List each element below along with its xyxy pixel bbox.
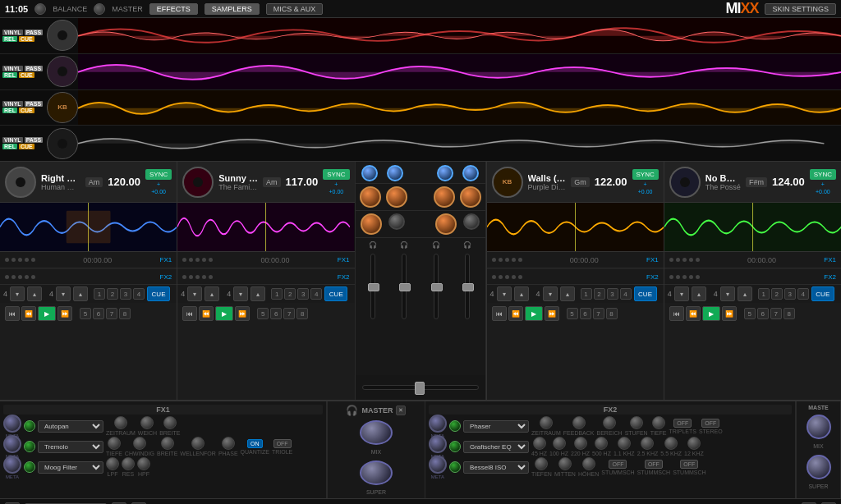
fx2-mitten-knob[interactable] [558,457,572,470]
fx2-phaser-power[interactable] [449,420,461,432]
d3-hotcue-4[interactable]: 4 [620,288,632,300]
mics-aux-button[interactable]: MICS & AUX [266,3,324,15]
deck1-beat2-minus[interactable]: ▾ [56,286,71,301]
master-volume-knob[interactable] [360,420,393,445]
master-right-knob[interactable] [807,415,831,439]
ch1-gain-knob[interactable] [388,213,405,230]
crossfader[interactable] [362,385,479,390]
d4-hotcue-7[interactable]: 7 [770,308,782,319]
deck2-beat-plus[interactable]: ▴ [205,286,219,301]
d3-hotcue-5[interactable]: 5 [567,308,578,319]
fx1-weich-knob[interactable] [140,416,154,429]
fx1-meta-knob-1[interactable] [3,415,21,433]
ch2-mid-knob[interactable] [462,165,479,181]
deck3-waveform[interactable] [487,203,664,252]
hotcue-5[interactable]: 5 [80,308,91,319]
deck2-beat2-minus[interactable]: ▾ [233,286,248,301]
skin-settings-button[interactable]: SKIN SETTINGS [765,3,836,15]
deck4-prev-btn[interactable]: ⏮ [669,306,684,321]
deck1-fwd-btn[interactable]: ⏩ [57,306,72,321]
d4-hotcue-3[interactable]: 3 [784,288,796,300]
deck2-sync-btn[interactable]: SYNC [323,169,349,180]
ch1-hi-knob[interactable] [361,165,378,181]
fx2-bessel-power[interactable] [449,461,461,473]
fx2-phaser-select[interactable]: Phaser [463,420,529,433]
fx1-tremolo-select[interactable]: Tremolo [38,441,103,453]
ch1-fader[interactable] [370,254,375,319]
fx2-bereich-knob[interactable] [603,416,616,429]
fx2-stufen-knob[interactable] [630,416,643,429]
deck3-fwd-btn[interactable]: ⏩ [545,306,559,321]
ch2-fader[interactable] [402,254,407,319]
deck3-rwd-btn[interactable]: ⏪ [508,306,523,321]
fx2-off2-btn[interactable]: OFF [701,419,719,428]
eq-12khz-knob[interactable] [687,437,701,450]
deck2-beat2-plus[interactable]: ▴ [250,286,265,301]
hotcue-8[interactable]: 8 [119,308,131,319]
ch4-fader[interactable] [465,254,470,319]
deck2-cue-btn[interactable]: CUE [324,286,347,301]
hotcue-7[interactable]: 7 [106,308,117,319]
fx2-off3-btn[interactable]: OFF [609,460,627,469]
fx2-meta-knob-1[interactable] [429,415,447,433]
deck3-beat-minus[interactable]: ▾ [497,286,512,301]
eq-11khz-knob[interactable] [618,437,631,450]
deck1-beat2-plus[interactable]: ▴ [73,286,88,301]
waveform-canvas-3[interactable] [78,90,841,126]
waveform-canvas-1[interactable] [78,18,841,53]
deck2-play-btn[interactable]: ▶ [215,306,233,321]
cue-badge-4[interactable]: CUE [19,144,34,149]
ch1-mid-big-knob[interactable] [386,186,407,208]
eq-500hz-knob[interactable] [595,437,608,450]
fx2-meta-knob-3[interactable] [429,456,447,474]
deck3-cue-btn[interactable]: CUE [634,286,657,301]
cue-badge-3[interactable]: CUE [19,108,34,113]
fx1-meta-knob-2[interactable] [3,435,21,453]
eq-25khz-knob[interactable] [641,437,654,450]
ch2-low-knob[interactable] [435,213,457,235]
d2-hotcue-8[interactable]: 8 [296,308,308,319]
effects-button[interactable]: EFFECTS [149,3,198,15]
ch1-low-knob[interactable] [361,213,382,235]
fx2-eq-power[interactable] [449,441,461,452]
d3-hotcue-6[interactable]: 6 [580,308,591,319]
ch2-hi-knob[interactable] [437,165,453,181]
fx1-wellen-knob[interactable] [191,437,205,450]
deck1-prev-btn[interactable]: ⏮ [5,306,20,321]
rel-badge-2[interactable]: REL [2,72,17,78]
deck1-waveform[interactable] [0,203,177,252]
waveform-canvas-2[interactable] [78,54,841,89]
fx2-off5-btn[interactable]: OFF [680,460,698,469]
fx1-res-knob[interactable] [122,457,135,470]
cue-badge[interactable]: CUE [19,36,34,42]
deck4-rwd-btn[interactable]: ⏪ [686,306,701,321]
eq-45hz-knob[interactable] [533,437,546,450]
fx1-phase-knob[interactable] [222,437,235,450]
deck2-prev-btn[interactable]: ⏮ [182,306,197,321]
ch1-mid-knob[interactable] [387,165,403,181]
fx1-breite2-knob[interactable] [161,437,174,450]
eq-220hz-knob[interactable] [574,437,587,450]
master-hp-knob[interactable] [360,460,393,485]
fx1-autopan-power[interactable] [24,420,35,432]
hotcue-6[interactable]: 6 [93,308,104,319]
deck4-waveform[interactable] [664,203,841,252]
fx1-breite-knob[interactable] [163,416,177,429]
deck4-beat-minus[interactable]: ▾ [674,286,689,301]
fx1-moog-select[interactable]: Moog Filter [38,461,103,474]
d4-hotcue-1[interactable]: 1 [758,288,770,300]
fx1-off-btn[interactable]: OFF [273,439,292,448]
d2-hotcue-4[interactable]: 4 [310,288,322,300]
fx1-zeitraum-knob[interactable] [114,416,127,429]
hp-icon-4[interactable]: 🎧 [463,241,471,249]
d2-hotcue-2[interactable]: 2 [284,288,296,300]
rel-badge-3[interactable]: REL [2,108,17,113]
super-right-knob[interactable] [807,455,831,479]
rel-badge[interactable]: REL [2,36,17,42]
deck1-play-btn[interactable]: ▶ [38,306,56,321]
d3-hotcue-3[interactable]: 3 [607,288,618,300]
rel-badge-4[interactable]: REL [2,144,17,149]
deck4-beat-plus[interactable]: ▴ [692,286,706,301]
ch2-gain-knob[interactable] [463,213,480,230]
fx2-off1-btn[interactable]: OFF [673,419,692,428]
